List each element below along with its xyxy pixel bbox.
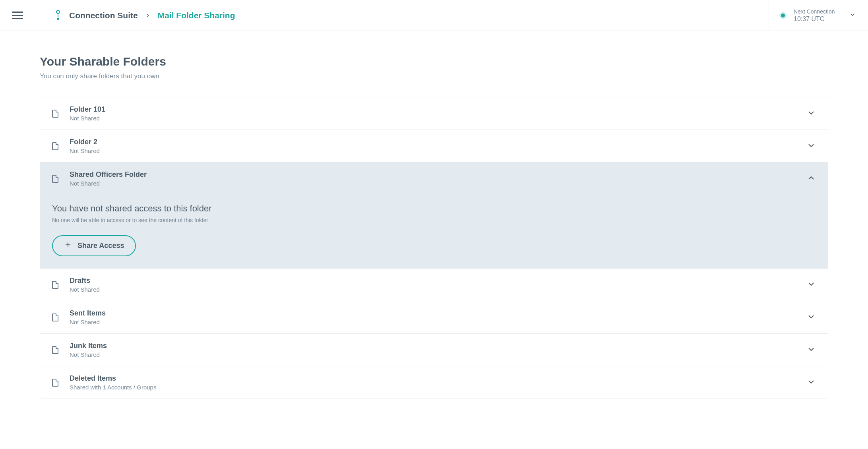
app-header: Connection Suite Mail Folder Sharing Nex… [0, 0, 868, 31]
folder-list: Folder 101 Not Shared Folder 2 Not Share… [40, 97, 828, 399]
chevron-down-icon [806, 344, 816, 356]
folder-row[interactable]: Folder 2 Not Shared [40, 130, 828, 163]
page-title: Your Sharable Folders [40, 55, 828, 68]
folder-name: Drafts [70, 277, 100, 285]
chevron-down-icon [806, 141, 816, 152]
connection-status-icon [781, 14, 785, 17]
chevron-down-icon [806, 312, 816, 323]
connection-time: 10:37 UTC [794, 15, 835, 23]
folder-row[interactable]: Junk Items Not Shared [40, 334, 828, 366]
page-subtitle: You can only share folders that you own [40, 72, 828, 80]
folder-name: Folder 2 [70, 138, 100, 146]
folder-icon [52, 142, 58, 150]
folder-row[interactable]: Deleted Items Shared with 1 Accounts / G… [40, 366, 828, 399]
folder-name: Folder 101 [70, 105, 105, 114]
app-icon [54, 10, 62, 21]
expanded-subtitle: No one will be able to access or to see … [52, 217, 816, 223]
breadcrumb-separator-icon [145, 11, 151, 20]
folder-expanded-panel: You have not shared access to this folde… [40, 195, 828, 269]
breadcrumb: Connection Suite Mail Folder Sharing [54, 10, 235, 21]
share-access-label: Share Access [78, 242, 124, 250]
menu-button[interactable] [12, 8, 26, 23]
folder-icon [52, 110, 58, 118]
folder-status: Shared with 1 Accounts / Groups [70, 384, 156, 391]
folder-status: Not Shared [70, 147, 100, 154]
main-content: Your Sharable Folders You can only share… [0, 31, 868, 415]
folder-name: Shared Officers Folder [70, 170, 147, 179]
plus-icon [64, 241, 72, 251]
svg-point-0 [56, 10, 60, 14]
connection-label: Next Connection [794, 8, 835, 15]
connection-status-dropdown[interactable]: Next Connection 10:37 UTC [769, 0, 860, 31]
folder-row[interactable]: Sent Items Not Shared [40, 301, 828, 334]
folder-name: Junk Items [70, 342, 107, 350]
chevron-down-icon [806, 108, 816, 119]
svg-point-2 [57, 18, 59, 20]
folder-row[interactable]: Drafts Not Shared [40, 269, 828, 301]
share-access-button[interactable]: Share Access [52, 235, 136, 256]
chevron-down-icon [806, 377, 816, 388]
folder-name: Deleted Items [70, 374, 156, 383]
chevron-up-icon [806, 173, 816, 184]
chevron-down-icon [849, 11, 856, 20]
folder-status: Not Shared [70, 286, 100, 293]
folder-status: Not Shared [70, 319, 106, 325]
chevron-down-icon [806, 279, 816, 290]
folder-icon [52, 346, 58, 354]
breadcrumb-root[interactable]: Connection Suite [69, 11, 138, 20]
folder-row-expanded[interactable]: Shared Officers Folder Not Shared [40, 163, 828, 195]
folder-name: Sent Items [70, 309, 106, 317]
folder-status: Not Shared [70, 180, 147, 187]
folder-icon [52, 175, 58, 183]
breadcrumb-current: Mail Folder Sharing [158, 11, 235, 20]
folder-status: Not Shared [70, 115, 105, 122]
folder-row[interactable]: Folder 101 Not Shared [40, 97, 828, 130]
folder-icon [52, 281, 58, 289]
folder-icon [52, 314, 58, 321]
expanded-title: You have not shared access to this folde… [52, 203, 816, 214]
connection-text: Next Connection 10:37 UTC [794, 8, 835, 23]
folder-status: Not Shared [70, 351, 107, 358]
folder-icon [52, 379, 58, 387]
